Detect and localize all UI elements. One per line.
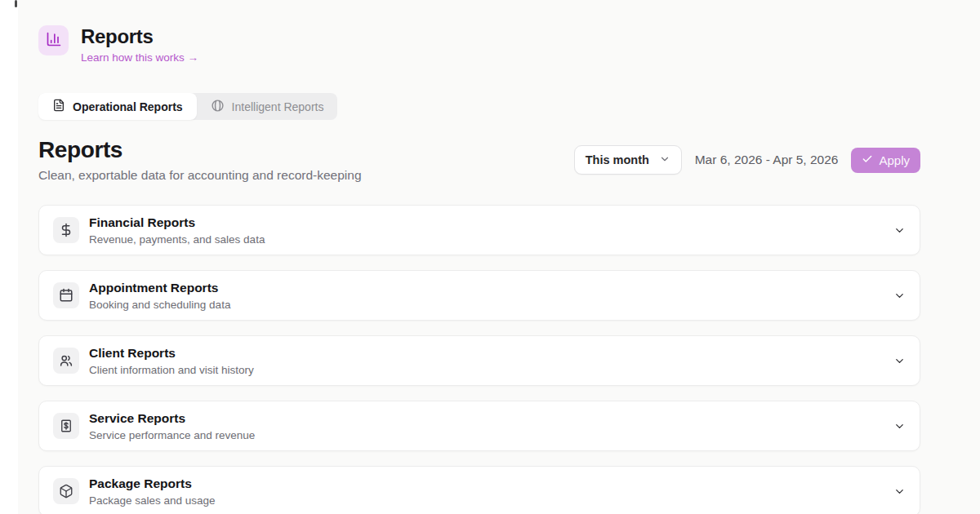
check-icon [862,153,873,167]
chevron-down-icon[interactable] [893,224,906,237]
apply-button[interactable]: Apply [851,148,920,173]
card-title: Client Reports [89,346,254,361]
dollar-icon [53,217,79,243]
reports-app-icon [38,25,69,55]
tab-intelligent-reports[interactable]: Intelligent Reports [197,93,338,120]
card-title: Package Reports [89,476,216,491]
card-subtitle: Booking and scheduling data [89,299,230,311]
receipt-icon [53,413,79,439]
chevron-down-icon[interactable] [893,420,906,432]
section-subtitle: Clean, exportable data for accounting an… [38,168,362,183]
calendar-icon [53,282,79,308]
card-financial-reports[interactable]: Financial Reports Revenue, payments, and… [38,205,920,255]
package-icon [53,478,79,504]
scrollbar-thumb[interactable] [15,0,17,7]
users-icon [53,348,79,374]
apply-label: Apply [879,153,910,167]
card-client-reports[interactable]: Client Reports Client information and vi… [38,335,920,386]
file-text-icon [52,99,65,114]
chevron-down-icon[interactable] [893,355,906,367]
page-header: Reports Learn how this works → [38,25,920,64]
card-title: Appointment Reports [89,281,230,295]
chevron-down-icon[interactable] [893,290,906,302]
reports-page: Reports Learn how this works → Operation… [38,0,920,514]
tab-label: Intelligent Reports [232,100,324,113]
date-range-text: Mar 6, 2026 - Apr 5, 2026 [695,153,839,167]
card-package-reports[interactable]: Package Reports Package sales and usage [38,466,920,514]
date-preset-value: This month [586,153,649,166]
section-header: Reports Clean, exportable data for accou… [38,137,920,183]
date-controls: This month Mar 6, 2026 - Apr 5, 2026 App… [574,145,920,175]
card-service-reports[interactable]: Service Reports Service performance and … [38,401,920,451]
card-subtitle: Service performance and revenue [89,429,255,441]
card-subtitle: Client information and visit history [89,364,254,376]
card-appointment-reports[interactable]: Appointment Reports Booking and scheduli… [38,270,920,321]
chevron-down-icon[interactable] [893,485,906,498]
card-title: Service Reports [89,411,255,426]
card-subtitle: Package sales and usage [89,494,216,507]
tab-operational-reports[interactable]: Operational Reports [38,93,197,120]
date-preset-select[interactable]: This month [574,145,682,175]
tab-label: Operational Reports [73,100,183,113]
card-subtitle: Revenue, payments, and sales data [89,233,265,246]
bar-chart-icon [46,31,62,51]
section-title: Reports [38,137,362,163]
report-card-list: Financial Reports Revenue, payments, and… [38,205,920,514]
learn-how-link[interactable]: Learn how this works → [81,51,198,64]
left-gutter [0,0,18,514]
chevron-down-icon [659,153,670,167]
report-type-tabs: Operational Reports Intelligent Reports [38,93,337,120]
page-title: Reports [81,25,198,48]
brain-icon [211,99,225,115]
card-title: Financial Reports [89,215,265,230]
